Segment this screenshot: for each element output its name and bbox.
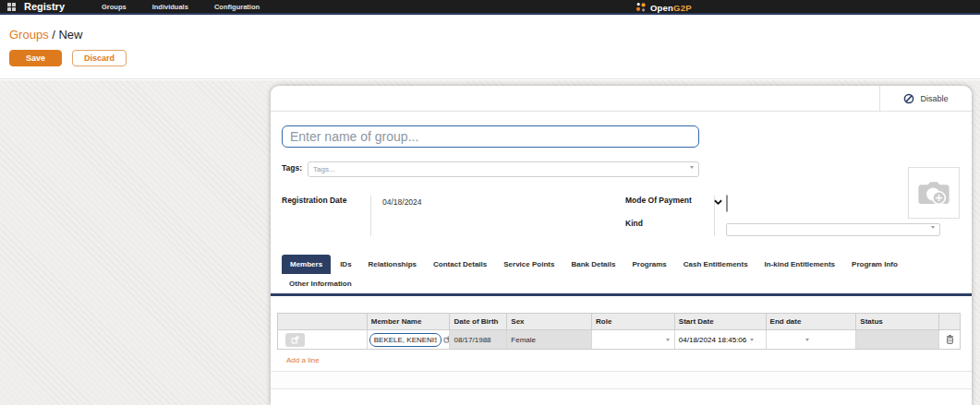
nav-item-configuration[interactable]: Configuration <box>214 3 260 11</box>
end-date-caret[interactable] <box>805 339 809 341</box>
col-role[interactable]: Role <box>591 314 674 329</box>
sheet: Tags: Registration Date 04/18/2024 Mod <box>271 125 972 405</box>
fields-section: Registration Date 04/18/2024 Mode Of Pay… <box>282 196 961 236</box>
openg2p-logo: OpenG2P <box>635 0 692 15</box>
empty-list-band <box>271 371 972 389</box>
control-panel: Groups / New Save Discard <box>0 17 980 79</box>
screen: Registry Groups Individuals Configuratio… <box>0 0 980 405</box>
breadcrumb-current: New <box>58 28 82 42</box>
fields-right-group: Mode Of Payment Kind <box>625 196 945 236</box>
nav-item-individuals[interactable]: Individuals <box>152 3 188 11</box>
member-name-input[interactable] <box>369 333 442 347</box>
external-link-icon <box>443 336 450 343</box>
tags-label: Tags: <box>282 163 302 173</box>
form-sheet-card: Disable Tags: <box>271 86 972 405</box>
breadcrumb-separator: / <box>49 28 59 42</box>
open-record-button[interactable] <box>285 333 305 347</box>
tab-bank-details[interactable]: Bank Details <box>563 255 623 274</box>
start-date-caret[interactable] <box>750 339 754 341</box>
col-sex[interactable]: Sex <box>506 314 591 329</box>
col-member-name[interactable]: Member Name <box>367 314 450 329</box>
tab-contact-details[interactable]: Contact Details <box>426 255 494 274</box>
breadcrumb: Groups / New <box>9 28 83 42</box>
apps-grid-icon[interactable] <box>7 3 16 11</box>
col-status[interactable]: Status <box>855 314 938 329</box>
tags-dropdown-caret[interactable] <box>690 166 694 169</box>
trash-icon <box>946 335 954 344</box>
nav-item-groups[interactable]: Groups <box>102 3 127 11</box>
registration-date-value[interactable]: 04/18/2024 <box>370 196 614 209</box>
member-delete-cell <box>938 330 960 349</box>
left-group-divider <box>370 196 371 236</box>
fields-left-group: Registration Date 04/18/2024 <box>282 196 614 236</box>
col-end-date[interactable]: End date <box>766 314 856 329</box>
tags-row: Tags: <box>282 160 961 175</box>
tab-cash-entitlements[interactable]: Cash Entitlements <box>676 255 756 274</box>
member-row: 08/17/1988 Female 04/18/2024 18:45:06 <box>277 330 961 350</box>
statusbar: Disable <box>271 86 972 112</box>
save-button[interactable]: Save <box>9 50 62 66</box>
prohibition-icon <box>903 93 914 104</box>
member-status-cell <box>855 330 938 349</box>
tabs-row-1: Members IDs Relationships Contact Detail… <box>282 255 961 274</box>
kind-label: Kind <box>625 219 714 236</box>
member-open-link[interactable] <box>443 336 450 343</box>
tab-ids[interactable]: IDs <box>333 255 358 274</box>
external-link-icon <box>291 336 299 344</box>
group-name-input[interactable] <box>282 125 699 148</box>
discard-button[interactable]: Discard <box>72 50 127 66</box>
tab-inkind-entitlements[interactable]: In-kind Entitlements <box>757 255 842 274</box>
tab-relationships[interactable]: Relationships <box>361 255 424 274</box>
kind-input[interactable] <box>726 223 940 236</box>
col-dob[interactable]: Date of Birth <box>449 314 506 329</box>
disable-button[interactable]: Disable <box>879 86 972 111</box>
members-table-header: Member Name Date of Birth Sex Role Start… <box>277 313 961 330</box>
topbar: Registry Groups Individuals Configuratio… <box>0 0 980 15</box>
tab-program-info[interactable]: Program Info <box>844 255 905 274</box>
app-name[interactable]: Registry <box>24 1 65 12</box>
start-date-value[interactable]: 04/18/2024 18:45:06 <box>679 336 746 344</box>
add-a-line-link[interactable]: Add a line <box>286 356 320 364</box>
content-area: Disable Tags: <box>0 80 980 405</box>
member-sex-cell: Female <box>506 330 591 349</box>
member-start-date-cell[interactable]: 04/18/2024 18:45:06 <box>674 330 766 349</box>
tab-service-points[interactable]: Service Points <box>496 255 562 274</box>
member-name-cell <box>367 330 450 349</box>
member-dob-cell: 08/17/1988 <box>449 330 506 349</box>
delete-row-button[interactable] <box>946 335 954 344</box>
notebook-tabs: Members IDs Relationships Contact Detail… <box>271 255 972 296</box>
openg2p-logo-text: OpenG2P <box>650 3 692 13</box>
tags-input[interactable] <box>308 161 699 177</box>
col-open <box>278 314 367 329</box>
tabs-row-2: Other Information <box>282 274 961 293</box>
select-chevron-icon <box>714 199 722 206</box>
role-dropdown-caret[interactable] <box>666 339 670 341</box>
tab-other-information[interactable]: Other Information <box>282 274 359 293</box>
openg2p-logo-icon <box>635 2 647 13</box>
mode-of-payment-select[interactable] <box>726 195 728 212</box>
member-role-cell[interactable] <box>591 330 674 349</box>
tab-members[interactable]: Members <box>282 255 331 274</box>
breadcrumb-groups-link[interactable]: Groups <box>9 28 49 42</box>
tab-programs[interactable]: Programs <box>624 255 673 274</box>
kind-dropdown-caret[interactable] <box>931 226 935 229</box>
col-start-date[interactable]: Start Date <box>674 314 766 329</box>
col-actions <box>938 314 960 329</box>
registration-date-label: Registration Date <box>282 196 370 209</box>
mode-of-payment-label: Mode Of Payment <box>625 196 714 212</box>
members-table: Member Name Date of Birth Sex Role Start… <box>277 313 961 350</box>
member-end-date-cell[interactable] <box>766 330 856 349</box>
member-row-open-cell <box>278 330 367 349</box>
disable-label: Disable <box>920 94 948 103</box>
